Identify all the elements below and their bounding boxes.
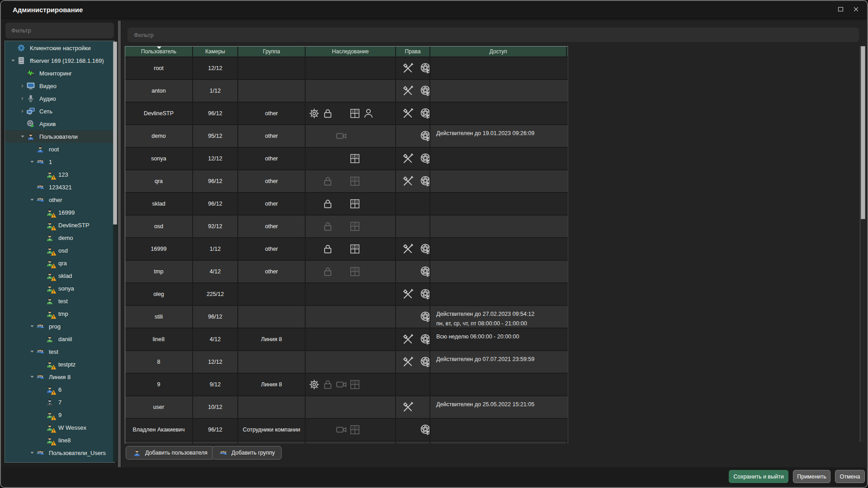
tree-collapsed-arrow-icon[interactable] bbox=[19, 96, 26, 101]
user-row-oleg[interactable]: oleg225/12 bbox=[125, 283, 568, 306]
user-row-user[interactable]: user10/12Действителен до 25.05.2022 15:2… bbox=[125, 396, 568, 419]
lock-icon bbox=[322, 175, 334, 187]
panel-splitter[interactable] bbox=[118, 21, 121, 467]
tree-item-6[interactable]: 6 bbox=[5, 383, 114, 396]
apply-button[interactable]: Применить bbox=[793, 470, 830, 483]
svg-text:1: 1 bbox=[352, 110, 354, 113]
cancel-button[interactable]: Отмена bbox=[835, 470, 865, 483]
tree-item-ffserver 169 (192.168.1.169)[interactable]: ffserver 169 (192.168.1.169) bbox=[5, 54, 114, 67]
user-row-sklad[interactable]: sklad96/12other12 bbox=[125, 193, 568, 216]
save-and-exit-button[interactable]: Сохранить и выйти bbox=[729, 470, 788, 483]
cell-group: Линия 8 bbox=[238, 374, 306, 395]
user-row-tmp[interactable]: tmp4/12other12 bbox=[125, 261, 568, 283]
video-icon bbox=[26, 81, 35, 90]
user-row-sonya[interactable]: sonya12/12other12 bbox=[125, 148, 568, 170]
cell-group bbox=[238, 80, 306, 102]
tree-expanded-arrow-icon[interactable] bbox=[19, 134, 26, 139]
tree-item-Линия 8[interactable]: Линия 8 bbox=[5, 371, 114, 383]
add-group-button[interactable]: Добавить группу bbox=[212, 446, 282, 460]
tree-expanded-arrow-icon[interactable] bbox=[28, 375, 36, 379]
column-header-Камеры[interactable]: Камеры bbox=[193, 47, 238, 56]
tree-item-partial[interactable] bbox=[5, 459, 114, 463]
tree-expanded-arrow-icon[interactable] bbox=[28, 450, 36, 455]
tree-collapsed-arrow-icon[interactable] bbox=[19, 84, 26, 88]
tree-item-root[interactable]: root bbox=[5, 143, 114, 155]
sidebar-scrollbar-handle[interactable] bbox=[113, 42, 117, 225]
tree-item-1234321[interactable]: 1234321 bbox=[5, 181, 114, 193]
tools-icon bbox=[401, 175, 414, 188]
tree-item-qra[interactable]: qra bbox=[5, 257, 114, 269]
tree-expanded-arrow-icon[interactable] bbox=[28, 197, 36, 202]
tree-item-tmp[interactable]: tmp bbox=[5, 307, 114, 320]
tree-item-123[interactable]: 123 bbox=[5, 168, 114, 181]
tree-item-testptz[interactable]: testptz bbox=[5, 358, 114, 371]
tree-item-Клиентские настройки[interactable]: Клиентские настройки bbox=[5, 42, 114, 54]
tree-item-Пользователи_Users[interactable]: Пользователи_Users bbox=[5, 446, 114, 459]
tree-expanded-arrow-icon[interactable] bbox=[28, 349, 36, 354]
tree-collapsed-arrow-icon[interactable] bbox=[19, 109, 26, 113]
column-header-Группа[interactable]: Группа bbox=[238, 47, 306, 56]
tree-expanded-arrow-icon[interactable] bbox=[28, 324, 36, 328]
user-row-16999[interactable]: 169991/12other12 bbox=[125, 238, 568, 261]
column-header-Права[interactable]: Права bbox=[396, 47, 430, 56]
tree-item-9[interactable]: 9 bbox=[5, 408, 114, 421]
tree-item-W Wessex[interactable]: W Wessex bbox=[5, 421, 114, 434]
user-row-stili[interactable]: stili96/12Действителен до 27.02.2023 09:… bbox=[125, 306, 568, 328]
cell-user: DevlineSTP bbox=[125, 103, 193, 124]
tree-item-Сеть[interactable]: Сеть bbox=[5, 105, 114, 117]
add-user-button[interactable]: Добавить пользователя bbox=[126, 446, 214, 460]
user-row-DevlineSTP[interactable]: DevlineSTP96/12other12 bbox=[125, 103, 568, 125]
tree-item-sonya[interactable]: sonya bbox=[5, 282, 114, 295]
user-blue-icon bbox=[26, 132, 35, 141]
user-row-qra[interactable]: qra96/12other12 bbox=[125, 170, 568, 193]
user-row-Владлен Акакиевич[interactable]: Владлен Акакиевич96/12Сотрудники компани… bbox=[125, 419, 568, 441]
tree-item-daniil[interactable]: daniil bbox=[5, 333, 114, 345]
tree-expanded-arrow-icon[interactable] bbox=[9, 58, 17, 63]
tree-expanded-arrow-icon[interactable] bbox=[28, 160, 36, 164]
user-row-anton[interactable]: anton1/12 bbox=[125, 80, 568, 103]
tree-item-Видео[interactable]: Видео bbox=[5, 80, 114, 92]
tree-item-16999[interactable]: 16999 bbox=[5, 206, 114, 219]
tree-item-DevlineSTP[interactable]: DevlineSTP bbox=[5, 219, 114, 231]
tree-item-1[interactable]: 1 bbox=[5, 155, 114, 168]
tree-item-other[interactable]: other bbox=[5, 193, 114, 206]
tree-item-Мониторинг[interactable]: Мониторинг bbox=[5, 67, 114, 80]
cell-cameras: 96/12 bbox=[193, 170, 238, 192]
column-header-Доступ[interactable]: Доступ bbox=[430, 47, 567, 56]
user-row-root[interactable]: root12/12 bbox=[125, 57, 568, 80]
user-row-line8[interactable]: line84/12Линия 8Всю неделю 06:00:00 - 20… bbox=[125, 328, 568, 351]
tree-item-test[interactable]: test bbox=[5, 345, 114, 358]
users-filter-input[interactable] bbox=[127, 28, 859, 42]
maximize-button[interactable] bbox=[834, 4, 847, 16]
user-row-osd[interactable]: osd92/12other12 bbox=[125, 216, 568, 238]
tree-item-osd[interactable]: osd bbox=[5, 244, 114, 257]
tree-item-sklad[interactable]: sklad bbox=[5, 269, 114, 282]
table-scrollbar[interactable] bbox=[860, 46, 865, 442]
tree-item-demo[interactable]: demo bbox=[5, 231, 114, 244]
cell-rights bbox=[396, 306, 430, 328]
tree-item-line8[interactable]: line8 bbox=[5, 434, 114, 446]
svg-text:1: 1 bbox=[352, 200, 354, 203]
tree-item-test[interactable]: test bbox=[5, 295, 114, 307]
cell-inheritance bbox=[306, 125, 396, 147]
table-scrollbar-handle[interactable] bbox=[861, 46, 865, 219]
user-row-8[interactable]: 812/12Действителен до 07.07.2021 23:59:5… bbox=[125, 351, 568, 374]
cell-group bbox=[238, 306, 306, 328]
tree-item-Аудио[interactable]: Аудио bbox=[5, 92, 114, 105]
lock-icon bbox=[322, 379, 334, 390]
tree-item-Архив[interactable]: Архив bbox=[5, 117, 114, 130]
tree-item-7[interactable]: 7 bbox=[5, 396, 114, 408]
user-row-demo[interactable]: demo95/12otherДействителен до 19.01.2023… bbox=[125, 125, 568, 148]
tree-item-label: 6 bbox=[58, 386, 61, 393]
column-header-Наследование[interactable]: Наследование bbox=[306, 47, 396, 56]
svg-text:1: 1 bbox=[352, 426, 354, 429]
tree-item-label: osd bbox=[58, 247, 68, 254]
close-button[interactable] bbox=[849, 4, 863, 16]
tree-item-prog[interactable]: prog bbox=[5, 320, 114, 333]
sidebar-filter-input[interactable] bbox=[5, 23, 114, 38]
cell-inheritance bbox=[306, 283, 396, 305]
sidebar-scrollbar[interactable] bbox=[113, 42, 117, 462]
cell-cameras: 10/12 bbox=[193, 396, 238, 418]
user-row-9[interactable]: 99/12Линия 812 bbox=[125, 374, 568, 396]
tree-item-Пользователи[interactable]: Пользователи bbox=[5, 130, 114, 143]
